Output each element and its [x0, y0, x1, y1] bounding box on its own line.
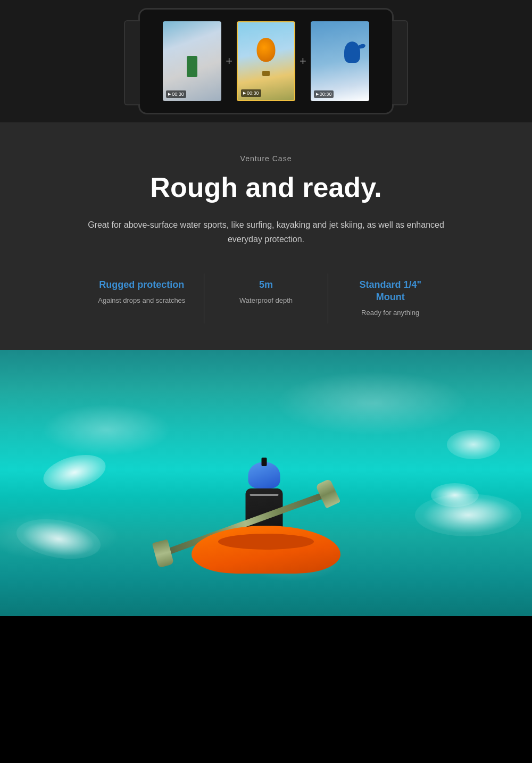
splash-5 — [415, 494, 521, 536]
feature-mount-title: Standard 1/4" Mount — [344, 279, 436, 304]
splash-1 — [39, 449, 109, 496]
camera-mount — [262, 458, 267, 466]
timestamp-2: 00:30 — [241, 89, 261, 97]
video-clip-1: 00:30 — [163, 21, 221, 101]
video-clips-row: 00:30 + 00:30 + 00:30 — [163, 21, 369, 101]
timestamp-1: 00:30 — [166, 90, 186, 98]
clip-1-figure — [187, 56, 197, 77]
bottom-bar — [0, 616, 532, 648]
phone-side-right — [392, 20, 408, 105]
main-headline: Rough and ready. — [21, 172, 511, 203]
timestamp-3: 00:30 — [314, 90, 334, 98]
splash-4 — [447, 430, 500, 459]
kayak-section — [0, 350, 532, 616]
plus-sign-2: + — [300, 54, 306, 68]
clip-2-basket — [262, 71, 270, 76]
top-section: 00:30 + 00:30 + 00:30 — [0, 0, 532, 122]
feature-mount: Standard 1/4" Mount Ready for anything — [328, 273, 452, 324]
venture-label: Venture Case — [21, 154, 511, 163]
feature-rugged-desc: Against drops and scratches — [96, 295, 188, 306]
subtitle-text: Great for above-surface water sports, li… — [74, 218, 458, 246]
splash-3 — [13, 513, 104, 565]
clip-3-bird — [344, 42, 360, 63]
feature-mount-desc: Ready for anything — [344, 308, 436, 318]
feature-waterproof-title: 5m — [220, 279, 312, 291]
video-clip-2: 00:30 — [237, 21, 295, 101]
phone-mockup: 00:30 + 00:30 + 00:30 — [138, 8, 394, 114]
plus-sign-1: + — [226, 54, 232, 68]
video-clip-3: 00:30 — [311, 21, 369, 101]
venture-section: Venture Case Rough and ready. Great for … — [0, 122, 532, 350]
feature-waterproof: 5m Waterproof depth — [204, 273, 328, 324]
feature-waterproof-desc: Waterproof depth — [220, 295, 312, 306]
feature-rugged-protection: Rugged protection Against drops and scra… — [80, 273, 204, 324]
phone-side-left — [124, 20, 140, 105]
clip-2-balloon — [257, 38, 276, 62]
features-row: Rugged protection Against drops and scra… — [80, 273, 452, 324]
helmet — [248, 462, 280, 488]
feature-rugged-title: Rugged protection — [96, 279, 188, 291]
